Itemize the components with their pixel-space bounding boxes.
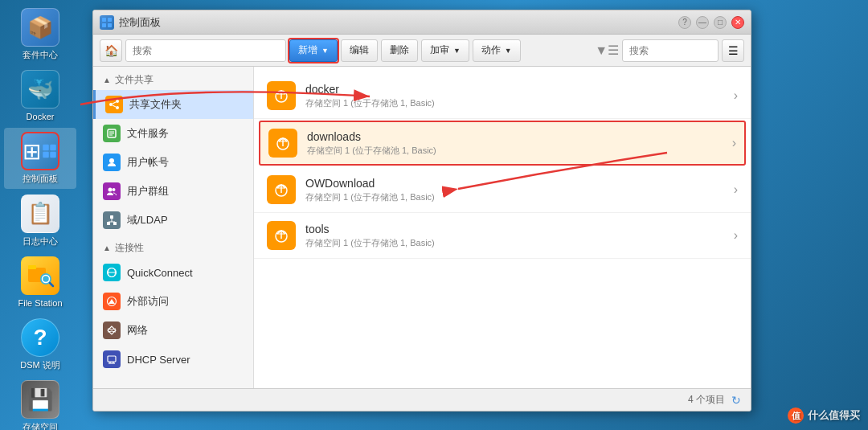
action-button[interactable]: 动作 ▼ [473, 39, 521, 62]
maximize-button[interactable]: □ [714, 16, 727, 29]
folder-desc-tools: 存储空间 1 (位于存储池 1, Basic) [305, 237, 734, 249]
quickconnect-icon [103, 264, 121, 281]
sidebar-item-user-account[interactable]: 用户帐号 [93, 148, 253, 177]
action-dropdown-arrow: ▼ [505, 47, 512, 55]
dsm-help-label: DSM 说明 [20, 360, 60, 371]
shared-folder-label: 共享文件夹 [129, 97, 182, 112]
folder-desc-downloads: 存储空间 1 (位于存储池 1, Basic) [307, 145, 732, 157]
section-connectivity[interactable]: ▲ 连接性 [93, 235, 253, 258]
watermark-icon: 值 [788, 407, 804, 424]
window-title: 控制面板 [119, 15, 678, 30]
dhcp-label: DHCP Server [127, 354, 190, 366]
svg-rect-10 [108, 18, 112, 22]
folder-icon-downloads [268, 129, 297, 158]
refresh-icon[interactable]: ↻ [731, 394, 741, 407]
package-center-icon [21, 8, 59, 47]
folder-item-tools[interactable]: tools 存储空间 1 (位于存储池 1, Basic) › [254, 213, 751, 259]
svg-rect-2 [43, 152, 49, 158]
folder-info-tools: tools 存储空间 1 (位于存储池 1, Basic) [305, 223, 734, 249]
external-access-label: 外部访问 [127, 294, 169, 309]
svg-line-7 [50, 283, 53, 286]
svg-line-17 [113, 105, 116, 107]
section-connectivity-label: 连接性 [115, 241, 144, 255]
file-station-icon [21, 256, 59, 295]
svg-rect-26 [110, 215, 113, 219]
icon-dsm-help[interactable]: DSM 说明 [4, 314, 76, 375]
icon-file-station[interactable]: File Station [4, 252, 76, 313]
folder-name-owdownload: OWDownload [305, 177, 734, 190]
sidebar-item-user-group[interactable]: 用户群组 [93, 177, 253, 206]
new-button[interactable]: 新增 ▼ [289, 39, 338, 62]
control-panel-label: 控制面板 [23, 174, 58, 184]
folder-item-downloads[interactable]: downloads 存储空间 1 (位于存储池 1, Basic) › [259, 121, 746, 166]
icon-control-panel[interactable]: 控制面板 [4, 128, 76, 188]
filter-icon: ▼☰ [595, 43, 619, 58]
folder-name-tools: tools [305, 223, 734, 235]
minimize-button[interactable]: — [696, 16, 709, 29]
file-service-label: 文件服务 [127, 126, 169, 141]
content-area: docker 存储空间 1 (位于存储池 1, Basic) › [254, 67, 751, 388]
desktop: 套件中心 Docker 控制面板 日志中心 [0, 0, 868, 430]
icon-log-center[interactable]: 日志中心 [4, 190, 76, 251]
title-bar-icon [100, 15, 114, 30]
sidebar: ▲ 文件共享 共享文件夹 [93, 67, 254, 388]
shared-folder-icon [105, 96, 123, 113]
section-file-sharing[interactable]: ▲ 文件共享 [93, 67, 253, 90]
action-label: 动作 [481, 43, 501, 57]
sidebar-item-network[interactable]: 网络 [93, 316, 253, 345]
icon-storage-manager[interactable]: 存储空间 管理员 [4, 376, 76, 430]
external-access-icon [103, 293, 121, 310]
folder-chevron-docker: › [734, 88, 738, 103]
icon-docker[interactable]: Docker [4, 66, 76, 126]
delete-button[interactable]: 删除 [381, 39, 418, 62]
docker-label: Docker [27, 112, 55, 122]
add-label: 加审 [430, 43, 449, 57]
sidebar-item-external-access[interactable]: 外部访问 [93, 287, 253, 316]
main-content: ▲ 文件共享 共享文件夹 [93, 67, 751, 388]
svg-point-15 [116, 106, 119, 109]
domain-ldap-icon [103, 211, 121, 229]
add-button[interactable]: 加审 ▼ [421, 39, 469, 62]
section-file-sharing-label: 文件共享 [115, 73, 154, 87]
svg-rect-12 [108, 23, 112, 27]
svg-rect-25 [107, 222, 110, 225]
folder-name-downloads: downloads [307, 130, 732, 143]
storage-manager-label: 存储空间 管理员 [23, 422, 58, 430]
sidebar-item-dhcp[interactable]: DHCP Server [93, 345, 253, 374]
sidebar-item-file-service[interactable]: 文件服务 [93, 119, 253, 148]
package-center-label: 套件中心 [23, 50, 58, 60]
sidebar-item-domain-ldap[interactable]: 域/LDAP [93, 206, 253, 235]
svg-point-22 [109, 158, 114, 163]
folder-info-downloads: downloads 存储空间 1 (位于存储池 1, Basic) [307, 130, 732, 157]
sidebar-item-shared-folder[interactable]: 共享文件夹 [93, 90, 253, 119]
close-button[interactable]: ✕ [731, 16, 744, 29]
search-input[interactable] [125, 39, 286, 62]
user-group-icon [103, 182, 121, 200]
folder-item-docker[interactable]: docker 存储空间 1 (位于存储池 1, Basic) › [254, 73, 751, 119]
icon-package-center[interactable]: 套件中心 [4, 4, 76, 64]
folder-item-owdownload[interactable]: OWDownload 存储空间 1 (位于存储池 1, Basic) › [254, 167, 751, 213]
sidebar-item-quickconnect[interactable]: QuickConnect [93, 258, 253, 287]
folder-chevron-downloads: › [732, 136, 736, 150]
home-button[interactable]: 🏠 [100, 39, 122, 62]
domain-ldap-label: 域/LDAP [127, 213, 168, 227]
folder-desc-owdownload: 存储空间 1 (位于存储池 1, Basic) [305, 191, 734, 203]
svg-line-16 [113, 102, 116, 104]
quickconnect-label: QuickConnect [127, 267, 193, 279]
folder-chevron-owdownload: › [734, 182, 738, 197]
filter-icon-btn[interactable]: ☰ [722, 39, 744, 62]
storage-manager-icon [21, 380, 59, 419]
chevron-connectivity: ▲ [103, 244, 111, 252]
edit-button[interactable]: 编辑 [341, 39, 378, 62]
item-count: 4 个项目 [688, 393, 725, 407]
chevron-file-sharing: ▲ [103, 76, 111, 84]
help-button[interactable]: ? [678, 16, 691, 29]
svg-point-14 [109, 103, 113, 106]
filter-search-input[interactable] [622, 39, 719, 62]
folder-icon-tools [267, 221, 296, 250]
title-bar-controls: ? — □ ✕ [678, 16, 744, 29]
folder-desc-docker: 存储空间 1 (位于存储池 1, Basic) [305, 97, 734, 109]
file-service-icon [103, 125, 121, 142]
docker-icon [21, 70, 59, 109]
control-panel-window: 控制面板 ? — □ ✕ 🏠 新增 ▼ 编辑 删除 [92, 10, 751, 412]
